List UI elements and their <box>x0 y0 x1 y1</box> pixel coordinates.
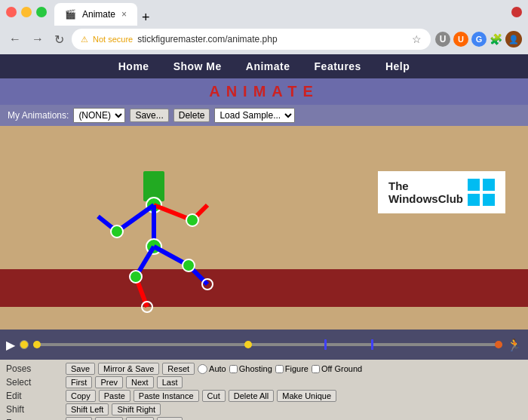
my-animations-label: My Animations: <box>8 110 69 121</box>
delete-all-button[interactable]: Delete All <box>229 390 274 402</box>
frames-row: Frames First Prev Next Last <box>6 417 522 420</box>
svg-rect-18 <box>468 179 480 191</box>
animation-canvas[interactable]: The WindowsClub <box>0 126 528 330</box>
extension-u[interactable]: U <box>453 32 468 47</box>
ghosting-option: Ghosting <box>229 364 272 373</box>
load-sample-dropdown[interactable]: Load Sample... <box>214 108 295 123</box>
site-nav: Home Show Me Animate Features Help <box>0 54 528 78</box>
refresh-button[interactable]: ↻ <box>51 31 67 48</box>
reset-button[interactable]: Reset <box>162 363 195 375</box>
svg-point-15 <box>183 259 195 271</box>
poses-label: Poses <box>6 363 63 374</box>
svg-point-12 <box>111 225 123 238</box>
cut-button[interactable]: Cut <box>202 390 226 402</box>
timeline-bar[interactable] <box>33 343 502 346</box>
minimize-button[interactable] <box>21 7 32 17</box>
nav-show-me[interactable]: Show Me <box>173 60 222 72</box>
security-icon: ⚠ <box>81 35 88 44</box>
timeline[interactable]: ▶ 🏃 <box>0 330 528 360</box>
frames-last-button[interactable]: Last <box>157 417 183 420</box>
shift-label: Shift <box>6 404 63 415</box>
bottom-controls: Poses Save Mirror & Save Reset Auto Ghos… <box>0 360 528 420</box>
close-button[interactable] <box>6 7 17 17</box>
watermark-text: The WindowsClub <box>388 179 463 205</box>
edit-label: Edit <box>6 391 63 401</box>
timeline-start-marker <box>33 341 41 348</box>
site-title: ANIMATE <box>0 78 528 105</box>
extension-g[interactable]: G <box>471 32 487 47</box>
animations-dropdown[interactable]: (NONE) <box>73 108 125 123</box>
timeline-figure-icon: 🏃 <box>507 338 522 352</box>
svg-point-13 <box>186 214 198 226</box>
edit-row: Edit Copy Paste Paste Instance Cut Delet… <box>6 390 522 402</box>
paste-button[interactable]: Paste <box>99 390 130 402</box>
shift-right-button[interactable]: Shift Right <box>112 403 161 415</box>
profile-button[interactable]: 👤 <box>505 31 522 48</box>
address-bar[interactable]: ⚠ Not secure stickfiguremaster.com/anima… <box>72 29 431 50</box>
active-tab[interactable]: 🎬 Animate × <box>54 3 137 26</box>
svg-point-14 <box>130 271 142 283</box>
select-row: Select First Prev Next Last <box>6 376 522 388</box>
browser-chrome: 🎬 Animate × + ← → ↻ ⚠ Not secure stickfi… <box>0 0 528 54</box>
svg-rect-19 <box>483 179 495 191</box>
shift-row: Shift Shift Left Shift Right <box>6 403 522 415</box>
stickfigure[interactable] <box>75 164 241 322</box>
svg-rect-21 <box>483 194 495 206</box>
nav-help[interactable]: Help <box>385 60 410 72</box>
extensions-button[interactable]: 🧩 <box>490 33 502 45</box>
timeline-mid-marker <box>244 341 252 348</box>
animations-controls: My Animations: (NONE) Save... Delete Loa… <box>0 105 528 126</box>
account-icon[interactable]: U <box>435 32 450 47</box>
windows-logo-icon <box>468 179 495 206</box>
ghosting-checkbox[interactable] <box>229 365 238 373</box>
site-content: Home Show Me Animate Features Help ANIMA… <box>0 54 528 360</box>
timeline-end-marker <box>495 341 502 348</box>
window-controls <box>511 7 522 17</box>
copy-button[interactable]: Copy <box>66 390 96 402</box>
make-unique-button[interactable]: Make Unique <box>277 390 336 402</box>
delete-button[interactable]: Delete <box>173 109 210 122</box>
timeline-keyframe-2 <box>371 339 373 350</box>
security-label: Not secure <box>93 35 133 44</box>
title-bar: 🎬 Animate × + <box>0 0 528 24</box>
off-ground-option: Off Ground <box>312 364 362 373</box>
nav-features[interactable]: Features <box>315 60 361 72</box>
nav-home[interactable]: Home <box>118 60 149 72</box>
auto-option: Auto <box>198 364 226 374</box>
mirror-save-button[interactable]: Mirror & Save <box>98 363 159 375</box>
poses-save-button[interactable]: Save <box>66 363 95 375</box>
back-button[interactable]: ← <box>6 31 24 48</box>
address-bar-row: ← → ↻ ⚠ Not secure stickfiguremaster.com… <box>0 24 528 54</box>
frame-indicator <box>20 340 29 349</box>
frames-next-button[interactable]: Next <box>126 417 154 420</box>
forward-button[interactable]: → <box>29 31 47 48</box>
address-text: stickfiguremaster.com/animate.php <box>137 34 407 44</box>
star-icon[interactable]: ☆ <box>412 33 422 45</box>
select-prev-button[interactable]: Prev <box>95 376 123 388</box>
poses-row: Poses Save Mirror & Save Reset Auto Ghos… <box>6 363 522 375</box>
paste-instance-button[interactable]: Paste Instance <box>134 390 199 402</box>
select-label: Select <box>6 377 63 388</box>
timeline-keyframe-1 <box>324 339 327 350</box>
extension-icons: U U G 🧩 👤 <box>435 31 522 48</box>
watermark: The WindowsClub <box>378 171 505 213</box>
nav-animate[interactable]: Animate <box>246 60 290 72</box>
tab-close-button[interactable]: × <box>121 9 127 20</box>
save-button[interactable]: Save... <box>130 109 168 122</box>
select-next-button[interactable]: Next <box>126 376 154 388</box>
figure-checkbox[interactable] <box>275 365 284 373</box>
play-button[interactable]: ▶ <box>6 338 15 352</box>
svg-rect-20 <box>468 194 480 206</box>
frames-prev-button[interactable]: Prev <box>95 417 123 420</box>
maximize-button[interactable] <box>36 7 47 17</box>
frames-first-button[interactable]: First <box>66 417 92 420</box>
select-first-button[interactable]: First <box>66 376 92 388</box>
new-tab-button[interactable]: + <box>137 10 155 26</box>
svg-line-2 <box>117 205 154 231</box>
off-ground-checkbox[interactable] <box>312 365 320 373</box>
figure-option: Figure <box>275 364 309 373</box>
select-last-button[interactable]: Last <box>157 376 183 388</box>
auto-radio[interactable] <box>198 364 207 374</box>
tab-title: Animate <box>82 9 115 20</box>
shift-left-button[interactable]: Shift Left <box>66 403 109 415</box>
